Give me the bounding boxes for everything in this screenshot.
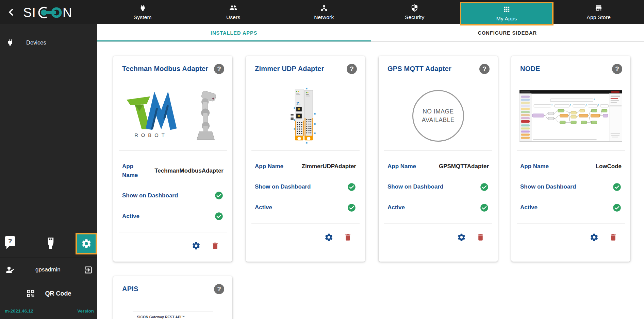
nav-item-my-apps[interactable]: My Apps	[460, 2, 554, 25]
store-icon	[595, 4, 602, 12]
logo-text-suffix: N	[63, 5, 72, 20]
qr-code-button[interactable]: QR Code	[0, 282, 97, 305]
card-header: Techman Modbus Adapter ?	[113, 56, 232, 81]
settings-button[interactable]	[192, 241, 201, 250]
app-name-row: App Name GPSMQTTAdapter	[387, 162, 489, 171]
sicon-logo: SI N	[23, 4, 77, 20]
show-on-dashboard-row: Show on Dashboard	[387, 182, 489, 192]
logo-text-prefix: SI	[23, 5, 36, 20]
active-label: Active	[255, 203, 272, 212]
qr-code-label: QR Code	[45, 290, 71, 297]
active-label: Active	[122, 212, 139, 221]
settings-button[interactable]	[324, 233, 333, 242]
card-bottom	[113, 232, 232, 250]
app-name-value: LowCode	[596, 163, 622, 170]
show-on-dashboard-row: Show on Dashboard	[122, 191, 224, 200]
nav-label: Users	[226, 14, 240, 20]
nav-label: Network	[314, 14, 334, 20]
plug-icon	[139, 4, 147, 12]
help-bubble-icon[interactable]: ?	[5, 236, 15, 246]
card-image: SICON Gateway REST API™	[113, 301, 232, 319]
nav-item-network[interactable]: Network	[279, 0, 369, 24]
help-icon[interactable]: ?	[347, 64, 357, 74]
help-icon[interactable]: ?	[214, 284, 224, 294]
active-row: Active	[387, 203, 489, 212]
username: gpsadmin	[35, 266, 61, 273]
app-card: NODE ?	[511, 56, 630, 262]
delete-button[interactable]	[344, 233, 352, 242]
show-on-dashboard-row: Show on Dashboard	[520, 182, 622, 192]
show-on-dashboard-label: Show on Dashboard	[520, 182, 576, 191]
card-details: App Name ZimmerUDPAdapter Show on Dashbo…	[246, 150, 365, 224]
show-on-dashboard-label: Show on Dashboard	[255, 182, 311, 191]
users-icon	[229, 4, 237, 12]
card-image: ROBOT	[113, 81, 232, 150]
nav-item-system[interactable]: System	[97, 0, 188, 24]
techman-robot-image: ROBOT	[126, 90, 220, 141]
check-circle-icon	[214, 191, 224, 200]
no-image-line1: NO IMAGE	[423, 107, 454, 116]
delete-button[interactable]	[476, 233, 485, 242]
app-name-row: App Name TechmanModbusAdapter	[122, 162, 224, 179]
nav-label: System	[134, 14, 152, 20]
card-title: Zimmer UDP Adapter	[255, 65, 324, 73]
card-details: App Name TechmanModbusAdapter Show on Da…	[113, 150, 232, 232]
help-icon[interactable]: ?	[612, 64, 622, 74]
card-header: GPS MQTT Adapter ?	[379, 56, 498, 81]
api-doc-preview: SICON Gateway REST API™	[133, 312, 213, 319]
active-label: Active	[520, 203, 538, 212]
exit-icon	[84, 265, 93, 274]
card-image: NO IMAGE AVAILABLE	[379, 81, 498, 150]
delete-button[interactable]	[211, 242, 219, 250]
robot-arm-image	[189, 90, 220, 141]
svg-text:ROBOT: ROBOT	[134, 132, 167, 138]
card-bottom	[379, 224, 498, 242]
sidebar-item-devices[interactable]: Devices	[0, 34, 97, 51]
card-title: NODE	[520, 65, 540, 73]
card-image	[511, 81, 630, 150]
check-circle-icon	[214, 212, 224, 221]
apps-grid-icon	[503, 5, 511, 13]
plug-icon	[6, 38, 14, 47]
settings-button[interactable]	[457, 233, 466, 242]
api-doc-title: SICON Gateway REST API™	[137, 315, 209, 319]
usb-plug-icon[interactable]	[43, 235, 58, 252]
top-navigation: System Users Network Security My Apps Ap…	[97, 0, 644, 24]
delete-button[interactable]	[609, 233, 617, 242]
show-on-dashboard-label: Show on Dashboard	[387, 182, 443, 191]
nav-item-security[interactable]: Security	[369, 0, 460, 24]
help-icon[interactable]: ?	[214, 64, 224, 74]
card-title: Techman Modbus Adapter	[122, 65, 208, 73]
active-row: Active	[122, 212, 224, 221]
logout-button[interactable]	[84, 265, 93, 274]
nav-item-users[interactable]: Users	[188, 0, 279, 24]
show-on-dashboard-row: Show on Dashboard	[255, 182, 356, 192]
back-button[interactable]	[7, 7, 17, 17]
no-image-placeholder: NO IMAGE AVAILABLE	[412, 90, 464, 142]
main-content: Techman Modbus Adapter ? ROBOT	[97, 42, 644, 319]
logo-c-dot	[41, 10, 47, 16]
settings-highlight-button[interactable]	[76, 233, 97, 254]
card-actions	[113, 232, 232, 250]
app-card: GPS MQTT Adapter ? NO IMAGE AVAILABLE Ap…	[379, 56, 498, 262]
tab-installed-apps[interactable]: INSTALLED APPS	[97, 24, 371, 41]
card-actions	[511, 224, 630, 242]
card-actions	[379, 224, 498, 242]
card-actions	[246, 224, 365, 242]
app-name-value: TechmanModbusAdapter	[154, 167, 224, 174]
nav-item-app-store[interactable]: App Store	[554, 0, 644, 24]
check-circle-icon	[612, 182, 622, 192]
card-header: APIS ?	[113, 276, 232, 301]
sidebar-footer: ? gpsadmin QR Co	[0, 231, 97, 319]
network-hub-icon	[320, 4, 328, 12]
check-circle-icon	[480, 182, 489, 192]
help-icon[interactable]: ?	[479, 64, 490, 74]
app-card: APIS ? SICON Gateway REST API™	[113, 276, 232, 319]
tab-configure-sidebar[interactable]: CONFIGURE SIDEBAR	[371, 24, 644, 41]
version-row: m-2021.46.12 Version	[0, 305, 97, 319]
logo-row: SI N	[0, 0, 97, 24]
card-title: APIS	[122, 285, 138, 293]
app-name-label: App Name	[387, 162, 416, 171]
active-label: Active	[387, 203, 405, 212]
settings-button[interactable]	[590, 233, 599, 242]
